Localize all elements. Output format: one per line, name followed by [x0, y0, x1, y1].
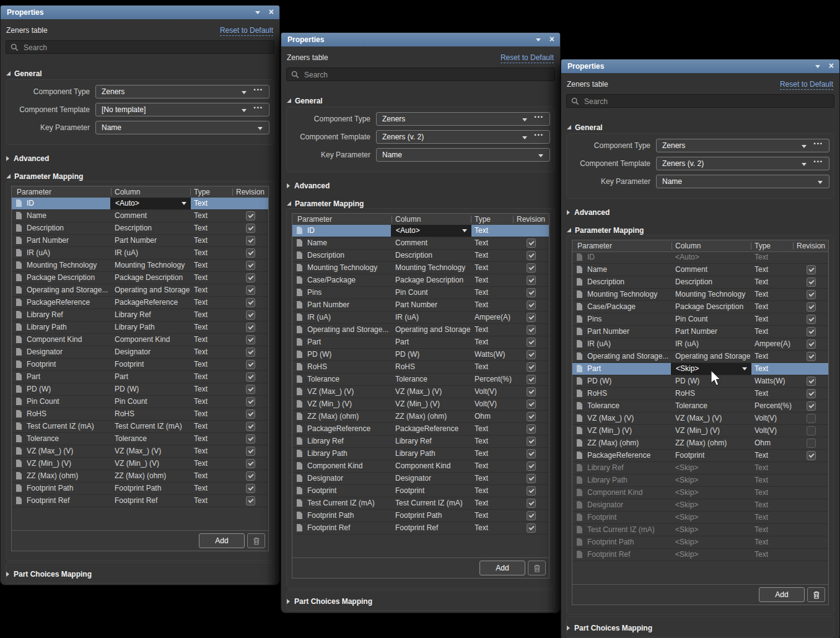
table-row[interactable]: ToleranceToleranceText — [12, 433, 268, 445]
revision-checkbox[interactable] — [246, 298, 255, 307]
revision-checkbox[interactable] — [807, 315, 816, 324]
panel-titlebar[interactable]: Properties × — [561, 59, 839, 73]
section-parameter-mapping[interactable]: Parameter Mapping — [567, 226, 644, 235]
revision-checkbox[interactable] — [527, 424, 536, 434]
table-row[interactable]: DesignatorDesignatorText — [292, 473, 549, 485]
table-row[interactable]: DescriptionDescriptionText — [572, 276, 828, 289]
table-row[interactable]: Package DescriptionPackage DescriptionTe… — [12, 272, 268, 284]
panel-menu-icon[interactable] — [536, 38, 541, 42]
table-row[interactable]: Case/PackagePackage DescriptionText — [292, 274, 549, 287]
table-row[interactable]: DescriptionDescriptionText — [292, 250, 549, 262]
table-row[interactable]: Component Kind<Skip>Text — [572, 487, 828, 499]
revision-checkbox[interactable] — [807, 302, 816, 312]
table-row[interactable]: FootprintFootprintText — [12, 359, 268, 371]
revision-checkbox[interactable] — [807, 265, 816, 274]
table-row[interactable]: Footprint<Skip>Text — [572, 512, 828, 524]
ellipsis-button[interactable]: ••• — [254, 87, 263, 93]
revision-checkbox[interactable] — [527, 300, 536, 310]
section-part-choices-mapping[interactable]: Part Choices Mapping — [567, 624, 652, 632]
revision-checkbox[interactable] — [807, 451, 816, 460]
search-input[interactable]: Search — [566, 94, 834, 108]
revision-checkbox[interactable] — [807, 389, 816, 398]
ellipsis-button[interactable]: ••• — [535, 114, 544, 120]
table-row[interactable]: Library Ref<Skip>Text — [572, 462, 828, 474]
add-button[interactable]: Add — [759, 587, 805, 602]
table-row[interactable]: Mounting TechnologyMounting TechnologyTe… — [572, 289, 828, 301]
table-row[interactable]: IR (uA)IR (uA)Text — [12, 247, 268, 260]
column-dropdown[interactable]: <Auto> — [391, 225, 471, 237]
chevron-down-icon[interactable] — [742, 367, 747, 370]
table-row[interactable]: Library RefLibrary RefText — [292, 435, 549, 448]
revision-checkbox[interactable] — [527, 251, 536, 260]
chevron-down-icon[interactable] — [538, 154, 543, 157]
component-template-dropdown[interactable]: [No template] ••• — [95, 103, 269, 116]
table-row[interactable]: ToleranceTolerancePercent(%) — [292, 374, 549, 386]
table-row[interactable]: DesignatorDesignatorText — [12, 346, 268, 359]
close-icon[interactable]: × — [549, 34, 554, 44]
revision-checkbox[interactable] — [527, 325, 536, 334]
revision-checkbox[interactable] — [246, 385, 255, 394]
table-row[interactable]: ToleranceTolerancePercent(%) — [572, 400, 828, 413]
section-general[interactable]: General — [567, 123, 603, 132]
revision-checkbox[interactable] — [246, 261, 255, 270]
revision-checkbox[interactable] — [246, 286, 255, 295]
chevron-down-icon[interactable] — [242, 91, 247, 94]
section-general[interactable]: General — [6, 69, 42, 78]
revision-checkbox[interactable] — [527, 511, 536, 520]
ellipsis-button[interactable]: ••• — [814, 141, 823, 147]
revision-checkbox[interactable] — [527, 437, 536, 446]
table-row[interactable]: PackageReferencePackageReferenceText — [292, 423, 549, 435]
revision-checkbox[interactable] — [246, 323, 255, 332]
table-row[interactable]: Mounting TechnologyMounting TechnologyTe… — [12, 260, 268, 272]
table-row[interactable]: Footprint RefFootprint RefText — [292, 522, 549, 535]
chevron-down-icon[interactable] — [462, 229, 467, 232]
table-row[interactable]: PD (W)PD (W)Watts(W) — [572, 375, 828, 388]
revision-checkbox[interactable] — [246, 447, 255, 456]
revision-checkbox[interactable] — [246, 335, 255, 344]
revision-checkbox[interactable] — [246, 409, 255, 419]
table-row[interactable]: DescriptionDescriptionText — [12, 222, 268, 235]
table-row[interactable]: VZ (Max_) (V)VZ (Max_) (V)Volt(V) — [292, 386, 549, 398]
close-icon[interactable]: × — [269, 7, 274, 17]
header-revision[interactable]: Revision — [797, 242, 825, 250]
chevron-down-icon[interactable] — [818, 181, 823, 184]
table-row[interactable]: ID<Auto>Text — [572, 251, 828, 264]
table-row[interactable]: PD (W)PD (W)Text — [12, 383, 268, 396]
panel-menu-icon[interactable] — [815, 65, 820, 68]
table-row[interactable]: Part NumberPart NumberText — [292, 299, 549, 312]
revision-checkbox[interactable] — [527, 461, 536, 471]
ellipsis-button[interactable]: ••• — [535, 132, 544, 138]
ellipsis-button[interactable]: ••• — [814, 159, 823, 165]
chevron-down-icon[interactable] — [182, 202, 186, 205]
revision-checkbox[interactable] — [807, 439, 816, 448]
table-row[interactable]: Test Current IZ (mA)Test Current IZ (mA)… — [12, 421, 268, 433]
revision-checkbox[interactable] — [527, 338, 536, 347]
component-type-dropdown[interactable]: Zeners ••• — [376, 112, 550, 126]
table-row[interactable]: Case/PackagePackage DescriptionText — [572, 301, 828, 313]
table-row[interactable]: NameCommentText — [292, 237, 549, 250]
header-parameter[interactable]: Parameter — [297, 215, 332, 224]
table-row[interactable]: Part NumberPart NumberText — [572, 326, 828, 338]
revision-checkbox[interactable] — [527, 449, 536, 458]
revision-checkbox[interactable] — [246, 224, 255, 233]
revision-checkbox[interactable] — [807, 327, 816, 336]
table-row[interactable]: PackageReferenceFootprintText — [572, 450, 828, 462]
table-row[interactable]: IR (uA)IR (uA)Ampere(A) — [572, 338, 828, 351]
table-row[interactable]: Footprint RefFootprint RefText — [12, 495, 268, 507]
table-row[interactable]: Footprint Ref<Skip>Text — [572, 549, 828, 561]
table-row[interactable]: Library PathLibrary PathText — [12, 321, 268, 334]
revision-checkbox[interactable] — [527, 238, 536, 248]
key-parameter-dropdown[interactable]: Name — [95, 121, 269, 134]
revision-checkbox[interactable] — [527, 387, 536, 396]
revision-checkbox[interactable] — [527, 350, 536, 359]
header-type[interactable]: Type — [194, 188, 210, 196]
reset-to-default-link[interactable]: Reset to Default — [780, 80, 833, 90]
revision-checkbox[interactable] — [246, 347, 255, 357]
section-general[interactable]: General — [287, 97, 323, 105]
table-row[interactable]: Operating and Storage...Operating and St… — [292, 324, 549, 336]
key-parameter-dropdown[interactable]: Name — [376, 148, 550, 162]
delete-button[interactable] — [807, 587, 825, 602]
table-row[interactable]: Library RefLibrary RefText — [12, 309, 268, 321]
ellipsis-button[interactable]: ••• — [254, 105, 263, 111]
component-type-dropdown[interactable]: Zeners ••• — [656, 139, 829, 152]
